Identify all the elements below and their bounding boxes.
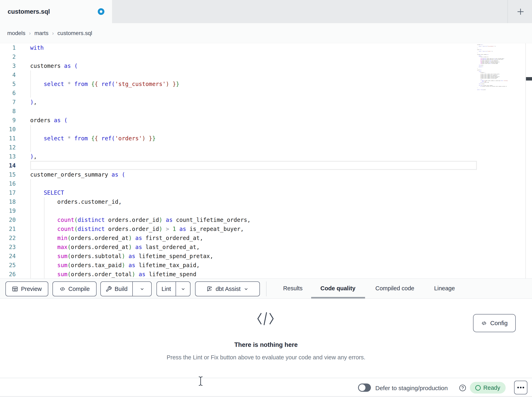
line-number: 9 <box>0 116 16 125</box>
editor-line[interactable]: 24 sum(orders.subtotal) as lifetime_spen… <box>0 252 525 261</box>
build-dropdown-toggle[interactable] <box>133 282 151 296</box>
chevron-down-icon <box>180 286 186 292</box>
window-bottom-edge <box>0 396 532 397</box>
line-number: 15 <box>0 170 16 179</box>
line-number: 24 <box>0 252 16 261</box>
editor-tab-bar: customers.sql <box>0 0 532 23</box>
line-number: 3 <box>0 61 16 71</box>
lint-split-button: Lint <box>157 281 190 296</box>
editor-line[interactable]: 16 <box>0 179 525 188</box>
build-button[interactable]: Build <box>101 282 132 296</box>
editor-line[interactable]: 20 count(distinct orders.order_id) as co… <box>0 215 525 224</box>
editor-line[interactable]: 6 <box>0 89 525 98</box>
table-icon <box>12 286 18 292</box>
editor-line[interactable]: 19 <box>0 206 525 215</box>
code-editor[interactable]: 1with23customers as (45 select * from {{… <box>0 43 532 278</box>
tab-results[interactable]: Results <box>283 278 303 298</box>
preview-button[interactable]: Preview <box>6 281 48 296</box>
scrollbar-track <box>525 43 526 278</box>
chevron-down-icon <box>243 286 249 292</box>
ellipsis-icon <box>520 387 522 388</box>
config-button[interactable]: Config <box>473 314 516 332</box>
build-split-button: Build <box>100 281 152 296</box>
code-lines[interactable]: 1with23customers as (45 select * from {{… <box>0 43 525 278</box>
preview-label: Preview <box>21 286 42 292</box>
editor-line[interactable]: 7), <box>0 98 525 107</box>
line-number: 22 <box>0 234 16 243</box>
chevron-down-icon <box>139 286 145 292</box>
tab-compiled-code[interactable]: Compiled code <box>375 278 414 298</box>
compile-label: Compile <box>68 286 90 292</box>
new-tab-button[interactable] <box>513 4 529 20</box>
tab-title: customers.sql <box>8 8 50 15</box>
breadcrumb-item-models[interactable]: models <box>7 30 25 36</box>
breadcrumb-separator: › <box>29 30 31 36</box>
line-number: 20 <box>0 215 16 224</box>
toggle-knob <box>359 384 366 391</box>
status-badge-ready[interactable]: Ready <box>470 382 506 394</box>
editor-line[interactable]: 12 <box>0 143 525 152</box>
minimap[interactable]: with customers as ( select * from {{ ref… <box>477 43 525 135</box>
lint-button[interactable]: Lint <box>157 282 176 296</box>
tab-customers-sql[interactable]: customers.sql <box>0 0 112 23</box>
plus-icon <box>516 7 525 17</box>
line-number: 19 <box>0 206 16 215</box>
editor-line[interactable]: 25 sum(orders.tax_paid) as lifetime_tax_… <box>0 261 525 270</box>
line-number: 21 <box>0 224 16 234</box>
breadcrumb: models › marts › customers.sql <box>7 23 92 43</box>
compile-button[interactable]: Compile <box>52 281 96 296</box>
defer-toggle[interactable] <box>358 384 371 392</box>
toolbar-separator <box>266 281 266 296</box>
line-number: 7 <box>0 98 16 107</box>
line-number: 13 <box>0 152 16 161</box>
editor-line[interactable]: 17 SELECT <box>0 188 525 197</box>
editor-line[interactable]: 26 sum(orders.order_total) as lifetime_s… <box>0 270 525 278</box>
editor-line[interactable]: 15customer_orders_summary as ( <box>0 170 525 179</box>
editor-line[interactable]: 23 max(orders.ordered_at) as last_ordere… <box>0 243 525 252</box>
editor-line[interactable]: 10 <box>0 125 525 134</box>
breadcrumb-item-marts[interactable]: marts <box>34 30 49 36</box>
empty-state-title: There is nothing here <box>0 341 532 348</box>
line-number: 11 <box>0 134 16 143</box>
build-label: Build <box>115 286 128 292</box>
question-circle-icon[interactable] <box>459 384 466 391</box>
overflow-menu-button[interactable] <box>514 381 527 394</box>
scrollbar-thumb[interactable] <box>526 77 532 80</box>
code-quality-panel: There is nothing here Press the Lint or … <box>0 299 532 378</box>
editor-line[interactable]: 14 <box>0 161 525 170</box>
editor-line[interactable]: 8 <box>0 107 525 116</box>
tab-code-quality[interactable]: Code quality <box>320 278 355 298</box>
line-number: 5 <box>0 79 16 89</box>
editor-line[interactable]: 9orders as ( <box>0 116 525 125</box>
editor-line[interactable]: 4 <box>0 71 525 79</box>
line-number: 26 <box>0 270 16 278</box>
tab-lineage[interactable]: Lineage <box>434 278 455 298</box>
code-icon <box>59 286 66 292</box>
code-icon <box>481 320 487 326</box>
ready-label: Ready <box>483 385 500 391</box>
active-tab-underline <box>311 297 365 299</box>
line-number: 17 <box>0 188 16 197</box>
lint-dropdown-toggle[interactable] <box>176 282 190 296</box>
editor-line[interactable]: 5 select * from {{ ref('stg_customers') … <box>0 79 525 89</box>
editor-line[interactable]: 11 select * from {{ ref('orders') }} <box>0 134 525 143</box>
editor-line[interactable]: 2 <box>0 52 525 61</box>
editor-line[interactable]: 13), <box>0 152 525 161</box>
editor-line[interactable]: 22 min(orders.ordered_at) as first_order… <box>0 234 525 243</box>
line-number: 10 <box>0 125 16 134</box>
wrench-icon <box>106 286 112 292</box>
dbt-assist-label: dbt Assist <box>216 286 241 292</box>
status-bar: Defer to staging/production Ready <box>0 378 532 398</box>
minimap-content: with customers as ( select * from {{ ref… <box>477 43 525 90</box>
editor-line[interactable]: 1with <box>0 43 525 52</box>
editor-line[interactable]: 18 orders.customer_id, <box>0 197 525 206</box>
unsaved-changes-dot <box>98 8 104 15</box>
empty-state-description: Press the Lint or Fix button above to ev… <box>0 354 532 361</box>
dbt-ide-window: customers.sql models › marts › customers… <box>0 0 532 398</box>
line-number: 18 <box>0 197 16 206</box>
line-number: 23 <box>0 243 16 252</box>
editor-line[interactable]: 3customers as ( <box>0 61 525 71</box>
line-number: 2 <box>0 52 16 61</box>
dbt-assist-button[interactable]: dbt Assist <box>195 281 260 296</box>
editor-line[interactable]: 21 count(distinct orders.order_id) > 1 a… <box>0 224 525 234</box>
